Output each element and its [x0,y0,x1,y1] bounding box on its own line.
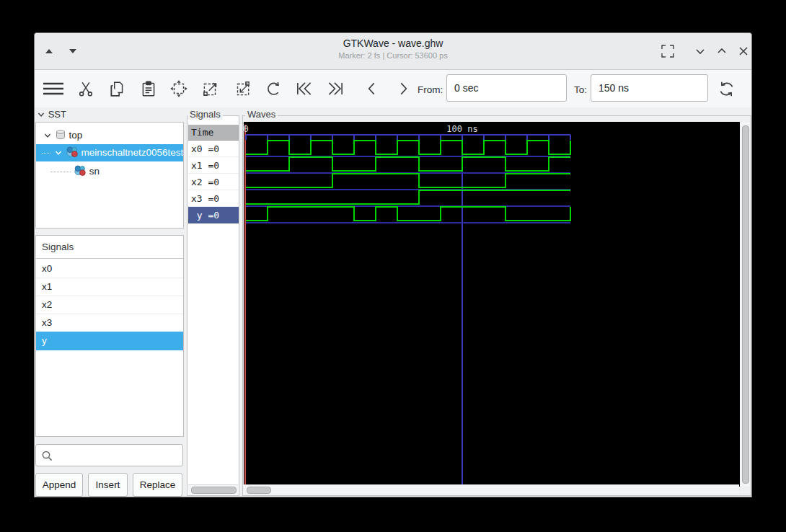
time-header: Time [188,125,239,141]
insert-button[interactable]: Insert [88,473,128,497]
waves-vscrollbar[interactable] [740,122,750,487]
tree-item-label: sn [89,166,100,177]
signal-row-y[interactable]: y =0 [188,207,239,223]
waves-frame-label: Waves [245,109,278,120]
zoom-out-icon[interactable] [233,79,252,98]
chevron-down-icon [54,148,63,157]
go-to-end-icon[interactable] [325,79,347,98]
shade-button[interactable] [45,49,53,53]
tree-item-label: top [69,130,83,141]
to-input[interactable] [591,74,708,102]
tree-item-testbench[interactable]: meinschaltnetz0056testb [36,144,183,161]
wave-display[interactable]: 0100 ns [244,122,741,487]
module-icon [66,146,79,158]
scope-icon [55,129,66,141]
signal-row-x1[interactable]: x1 =0 [188,157,239,174]
search-icon [41,450,53,462]
svg-text:0: 0 [244,124,249,134]
chevron-down-icon [43,131,52,140]
signals-frame-label: Signals [187,109,223,120]
titlebar-text: GTKWave - wave.ghw Marker: 2 fs | Cursor… [35,37,751,60]
scrollbar-thumb[interactable] [742,125,749,484]
svg-text:100 ns: 100 ns [446,124,477,134]
unshade-button[interactable] [69,49,76,53]
tree-guide [42,153,50,154]
signal-row-x3[interactable]: x3 =0 [188,190,239,207]
close-icon[interactable] [735,43,752,60]
wave-canvas: 0100 ns [244,122,741,487]
sst-expander[interactable]: SST [37,109,66,120]
scrollbar-thumb[interactable] [247,487,271,494]
waves-hscrollbar[interactable] [244,484,739,495]
replace-button[interactable]: Replace [133,473,182,497]
facility-list: Signals x0 x1 x2 x3 y [35,235,184,437]
sst-header-label: SST [48,109,66,120]
list-item-x1[interactable]: x1 [36,278,183,296]
append-button[interactable]: Append [35,473,83,497]
signals-hscrollbar[interactable] [188,484,238,495]
tree-guide [50,172,71,172]
go-to-start-icon[interactable] [294,79,316,98]
maximize-icon[interactable] [713,43,730,60]
search-box [35,444,183,466]
shift-left-icon[interactable] [363,79,381,98]
from-input[interactable] [446,74,567,102]
list-item-x0[interactable]: x0 [36,260,183,278]
list-item-x3[interactable]: x3 [36,314,183,332]
window-subtitle: Marker: 2 fs | Cursor: 53600 ps [35,51,751,60]
shift-right-icon[interactable] [394,79,412,98]
menu-icon[interactable] [42,79,66,98]
search-input[interactable] [56,445,180,467]
signals-panel: Time x0 =0 x1 =0 x2 =0 x3 =0 y =0 [187,115,239,496]
minimize-icon[interactable] [692,43,709,60]
from-label: From: [418,84,443,95]
window-title: GTKWave - wave.ghw [35,37,751,49]
tree-item-top[interactable]: top [36,127,183,144]
copy-icon[interactable] [107,79,126,98]
titlebar[interactable]: GTKWave - wave.ghw Marker: 2 fs | Cursor… [35,33,751,70]
desktop-background: GTKWave - wave.ghw Marker: 2 fs | Cursor… [0,0,786,532]
paste-icon[interactable] [139,79,158,98]
gtkwave-window: GTKWave - wave.ghw Marker: 2 fs | Cursor… [34,32,752,497]
toolbar: From: To: [35,70,751,107]
undo-icon[interactable] [264,79,283,98]
reload-icon[interactable] [717,79,736,98]
facility-list-header: Signals [36,236,183,259]
fullscreen-icon[interactable] [659,43,676,60]
module-icon [74,165,87,177]
scrollbar-thumb[interactable] [191,487,237,494]
tree-item-sn[interactable]: sn [36,163,183,180]
signal-row-x2[interactable]: x2 =0 [188,174,239,190]
list-item-y[interactable]: y [36,332,183,350]
chevron-down-icon [37,110,45,119]
list-item-x2[interactable]: x2 [36,296,183,314]
to-label: To: [574,84,587,95]
tree-item-label: meinschaltnetz0056testb [81,147,183,158]
waves-panel: 0100 ns [242,115,751,496]
zoom-in-icon[interactable] [201,79,220,98]
signal-row-x0[interactable]: x0 =0 [188,141,239,157]
cut-icon[interactable] [76,79,95,98]
zoom-fit-icon[interactable] [169,79,188,98]
sst-tree: top meinschaltnetz0056testb [35,122,184,229]
